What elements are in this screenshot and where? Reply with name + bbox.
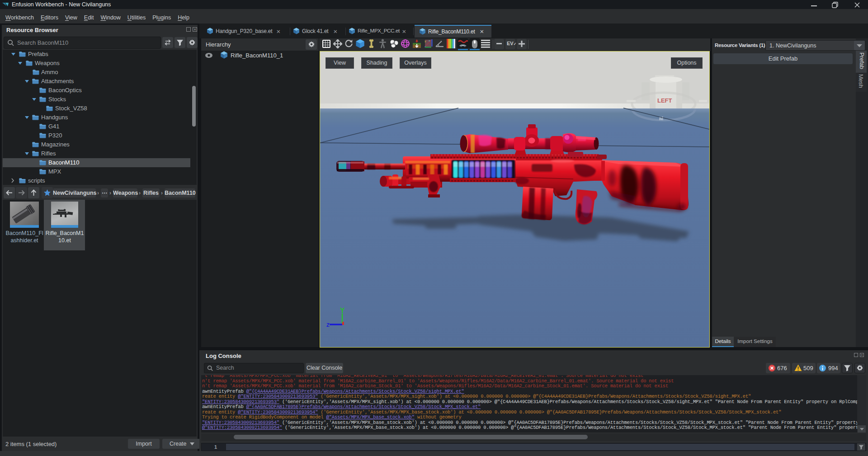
svg-text:Z: Z	[326, 322, 330, 328]
svg-text:M: M	[659, 116, 663, 121]
svg-text:z: z	[429, 39, 430, 42]
svg-text:y: y	[425, 40, 426, 43]
svg-text:LEFT: LEFT	[657, 97, 672, 104]
